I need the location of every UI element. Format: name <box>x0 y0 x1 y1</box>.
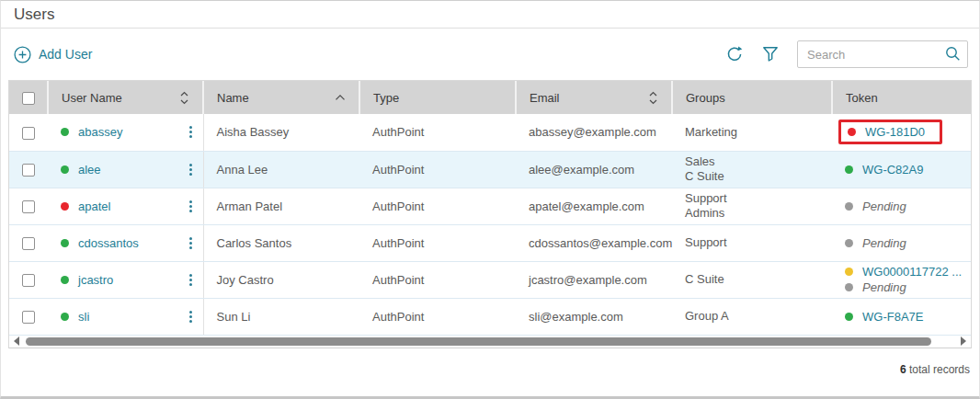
scroll-left-arrow[interactable] <box>14 336 19 346</box>
token-status-icon <box>848 128 856 136</box>
scrollbar-thumb[interactable] <box>26 337 931 346</box>
name-cell: Anna Lee <box>203 151 359 188</box>
header-name[interactable]: Name <box>203 81 359 114</box>
username-link[interactable]: apatel <box>78 200 110 213</box>
groups-cell: Marketing <box>672 114 832 151</box>
email-cell: alee@example.com <box>516 151 672 188</box>
name-cell: Arman Patel <box>203 188 359 224</box>
kebab-menu-icon[interactable] <box>188 124 194 140</box>
select-all-checkbox[interactable] <box>22 92 35 105</box>
name-cell: Joy Castro <box>203 261 359 298</box>
user-status-icon <box>61 165 69 174</box>
groups-cell: SalesC Suite <box>672 151 832 188</box>
username-link[interactable]: alee <box>78 163 101 177</box>
name-cell: Carlos Santos <box>203 224 359 261</box>
token-status-icon <box>845 202 853 211</box>
table-row: sli Sun Li AuthPoint sli@example.com Gro… <box>9 298 971 335</box>
token-pending-label: Pending <box>862 235 906 251</box>
header-token[interactable]: Token <box>832 81 971 114</box>
token-cell: Pending <box>832 224 971 261</box>
scroll-right-arrow[interactable] <box>961 336 966 346</box>
table-row: alee Anna Lee AuthPoint alee@example.com… <box>9 151 971 188</box>
username-link[interactable]: abassey <box>78 125 122 139</box>
user-status-icon <box>61 239 69 247</box>
name-cell: Aisha Bassey <box>203 114 359 151</box>
filter-icon[interactable] <box>762 46 779 63</box>
user-status-icon <box>61 202 69 211</box>
search-icon[interactable] <box>945 46 961 62</box>
table-row: jcastro Joy Castro AuthPoint jcastro@exa… <box>9 261 971 298</box>
horizontal-scrollbar[interactable] <box>9 336 971 348</box>
row-checkbox[interactable] <box>22 200 35 213</box>
header-email[interactable]: Email <box>516 81 672 114</box>
groups-cell: SupportAdmins <box>672 188 832 224</box>
toolbar: Add User <box>1 30 979 78</box>
token-status-icon <box>845 283 853 291</box>
sort-updown-icon[interactable] <box>648 91 658 105</box>
row-checkbox[interactable] <box>22 274 35 287</box>
token-cell: WG0000117722 ... Pending <box>832 261 971 298</box>
users-page: Users Add User <box>0 0 980 399</box>
groups-cell: Group A <box>672 298 832 335</box>
header-username[interactable]: User Name <box>48 81 203 114</box>
search-input[interactable] <box>797 40 968 68</box>
page-title: Users <box>14 6 54 23</box>
sort-updown-icon[interactable] <box>179 91 189 105</box>
row-checkbox[interactable] <box>22 164 35 177</box>
username-link[interactable]: cdossantos <box>78 236 139 250</box>
users-table: User Name Name Type Email <box>8 80 972 348</box>
total-records-count: 6 <box>900 363 906 376</box>
table-row: apatel Arman Patel AuthPoint apatel@exam… <box>9 188 971 224</box>
groups-cell: C Suite <box>672 261 832 298</box>
table-row: cdossantos Carlos Santos AuthPoint cdoss… <box>9 224 971 261</box>
plus-circle-icon <box>14 46 31 63</box>
table-header-row: User Name Name Type Email <box>9 81 971 114</box>
type-cell: AuthPoint <box>359 188 516 224</box>
kebab-menu-icon[interactable] <box>188 199 194 214</box>
header-type[interactable]: Type <box>359 81 516 114</box>
kebab-menu-icon[interactable] <box>188 272 194 288</box>
kebab-menu-icon[interactable] <box>188 162 194 177</box>
email-cell: apatel@example.com <box>516 188 672 224</box>
token-status-icon <box>845 313 853 321</box>
email-cell: jcastro@example.com <box>516 261 672 298</box>
token-link[interactable]: WG-181D0 <box>865 125 925 139</box>
header-checkbox-cell <box>9 81 48 114</box>
token-cell: Pending <box>832 188 971 224</box>
refresh-icon[interactable] <box>725 45 744 63</box>
type-cell: AuthPoint <box>359 298 516 335</box>
user-status-icon <box>61 128 69 136</box>
scrollbar-track[interactable] <box>26 337 954 346</box>
token-pending-label: Pending <box>862 199 906 214</box>
row-checkbox[interactable] <box>22 311 35 324</box>
token-status-icon <box>845 239 853 247</box>
type-cell: AuthPoint <box>359 224 516 261</box>
row-checkbox[interactable] <box>22 237 35 250</box>
token-cell: WG-181D0 <box>832 114 971 151</box>
table-row: abassey Aisha Bassey AuthPoint abassey@e… <box>9 114 971 151</box>
total-records-label: total records <box>909 363 970 376</box>
token-status-icon <box>845 165 853 174</box>
email-cell: sli@example.com <box>516 298 672 335</box>
header-groups[interactable]: Groups <box>672 81 832 114</box>
token-link[interactable]: WG-F8A7E <box>862 309 923 325</box>
token-status-icon <box>845 268 853 276</box>
sort-asc-icon[interactable] <box>335 94 346 101</box>
username-link[interactable]: jcastro <box>78 273 113 287</box>
add-user-label: Add User <box>39 47 92 62</box>
token-link[interactable]: WG0000117722 ... <box>862 264 962 279</box>
name-cell: Sun Li <box>203 298 359 335</box>
token-cell: WG-C82A9 <box>832 151 971 188</box>
row-checkbox[interactable] <box>22 127 35 140</box>
token-link[interactable]: WG-C82A9 <box>862 162 923 177</box>
username-link[interactable]: sli <box>78 310 89 324</box>
token-highlight-annotation: WG-181D0 <box>838 120 942 144</box>
records-summary: 6 total records <box>1 348 979 376</box>
token-pending-label: Pending <box>862 279 906 295</box>
toolbar-right <box>725 40 968 68</box>
add-user-button[interactable]: Add User <box>14 46 92 63</box>
type-cell: AuthPoint <box>359 151 516 188</box>
kebab-menu-icon[interactable] <box>188 235 194 251</box>
kebab-menu-icon[interactable] <box>188 309 194 325</box>
token-cell: WG-F8A7E <box>832 298 971 335</box>
